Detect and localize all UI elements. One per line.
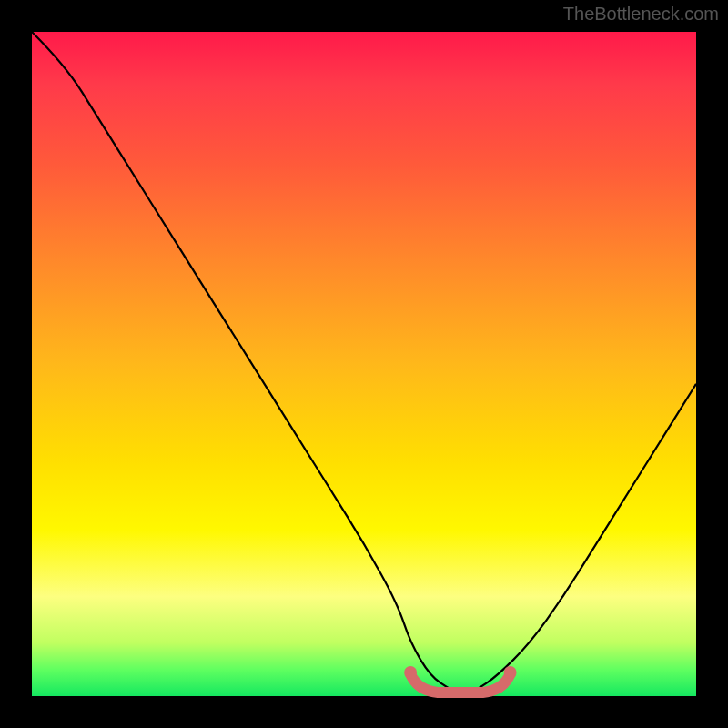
- optimum-range-left-cap: [404, 666, 417, 679]
- bottleneck-curve-svg: [32, 32, 696, 696]
- optimum-range-right-cap: [504, 666, 517, 679]
- chart-plot-area: [32, 32, 696, 696]
- bottleneck-curve-path: [32, 32, 696, 694]
- attribution-text: TheBottleneck.com: [563, 4, 719, 25]
